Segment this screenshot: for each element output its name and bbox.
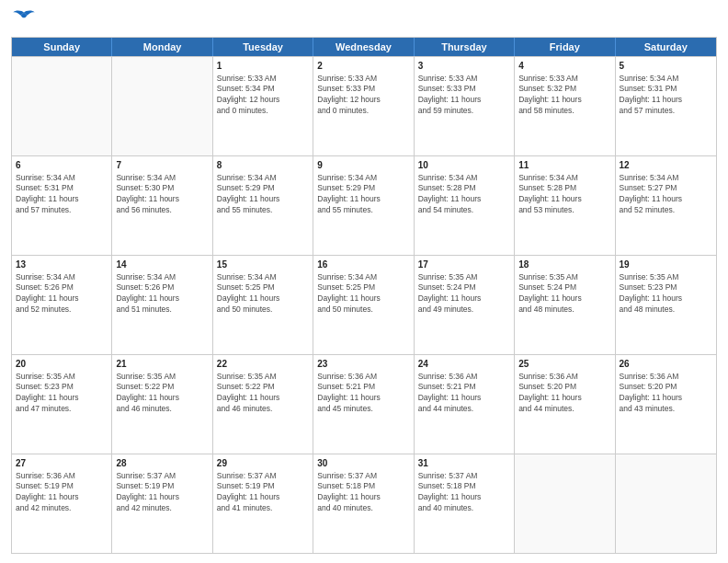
week-row-5: 27Sunrise: 5:36 AM Sunset: 5:19 PM Dayli…: [12, 454, 716, 553]
day-cell-19: 19Sunrise: 5:35 AM Sunset: 5:23 PM Dayli…: [616, 256, 716, 354]
empty-cell: [112, 57, 212, 155]
day-number: 20: [16, 358, 108, 371]
day-header-monday: Monday: [112, 38, 212, 56]
day-header-wednesday: Wednesday: [313, 38, 414, 56]
day-cell-3: 3Sunrise: 5:33 AM Sunset: 5:33 PM Daylig…: [415, 57, 515, 155]
day-cell-31: 31Sunrise: 5:37 AM Sunset: 5:18 PM Dayli…: [415, 454, 515, 553]
day-cell-1: 1Sunrise: 5:33 AM Sunset: 5:34 PM Daylig…: [213, 57, 313, 155]
day-number: 10: [418, 159, 510, 172]
day-number: 11: [518, 159, 610, 172]
day-detail: Sunrise: 5:35 AM Sunset: 5:23 PM Dayligh…: [620, 272, 712, 316]
day-cell-12: 12Sunrise: 5:34 AM Sunset: 5:27 PM Dayli…: [616, 156, 716, 255]
day-detail: Sunrise: 5:36 AM Sunset: 5:19 PM Dayligh…: [16, 471, 108, 515]
day-number: 24: [418, 358, 510, 371]
day-header-tuesday: Tuesday: [213, 38, 313, 56]
day-cell-29: 29Sunrise: 5:37 AM Sunset: 5:19 PM Dayli…: [213, 454, 313, 553]
page: SundayMondayTuesdayWednesdayThursdayFrid…: [0, 0, 728, 563]
day-number: 9: [317, 159, 409, 172]
week-row-4: 20Sunrise: 5:35 AM Sunset: 5:23 PM Dayli…: [12, 354, 716, 454]
day-number: 5: [620, 60, 712, 73]
day-detail: Sunrise: 5:34 AM Sunset: 5:31 PM Dayligh…: [620, 74, 712, 118]
day-cell-22: 22Sunrise: 5:35 AM Sunset: 5:22 PM Dayli…: [213, 355, 313, 454]
day-detail: Sunrise: 5:36 AM Sunset: 5:20 PM Dayligh…: [620, 372, 712, 416]
calendar-body: 1Sunrise: 5:33 AM Sunset: 5:34 PM Daylig…: [12, 56, 716, 553]
day-number: 6: [16, 159, 108, 172]
day-cell-9: 9Sunrise: 5:34 AM Sunset: 5:29 PM Daylig…: [313, 156, 414, 255]
calendar: SundayMondayTuesdayWednesdayThursdayFrid…: [11, 37, 717, 554]
day-number: 25: [518, 358, 610, 371]
day-cell-20: 20Sunrise: 5:35 AM Sunset: 5:23 PM Dayli…: [12, 355, 112, 454]
day-number: 3: [418, 60, 510, 73]
day-number: 23: [317, 358, 409, 371]
day-number: 21: [116, 358, 208, 371]
day-cell-17: 17Sunrise: 5:35 AM Sunset: 5:24 PM Dayli…: [415, 256, 515, 354]
day-cell-8: 8Sunrise: 5:34 AM Sunset: 5:29 PM Daylig…: [213, 156, 313, 255]
day-number: 27: [16, 457, 108, 470]
day-detail: Sunrise: 5:34 AM Sunset: 5:28 PM Dayligh…: [518, 173, 610, 217]
day-cell-30: 30Sunrise: 5:37 AM Sunset: 5:18 PM Dayli…: [313, 454, 414, 553]
empty-cell: [616, 454, 716, 553]
day-number: 22: [217, 358, 309, 371]
week-row-1: 1Sunrise: 5:33 AM Sunset: 5:34 PM Daylig…: [12, 56, 716, 155]
day-detail: Sunrise: 5:34 AM Sunset: 5:29 PM Dayligh…: [217, 173, 309, 217]
logo: [11, 9, 40, 29]
day-number: 17: [418, 259, 510, 271]
day-number: 29: [217, 457, 309, 470]
day-number: 19: [620, 259, 712, 271]
day-cell-14: 14Sunrise: 5:34 AM Sunset: 5:26 PM Dayli…: [112, 256, 212, 354]
day-header-thursday: Thursday: [415, 38, 515, 56]
day-number: 18: [518, 259, 610, 271]
day-cell-7: 7Sunrise: 5:34 AM Sunset: 5:30 PM Daylig…: [112, 156, 212, 255]
day-cell-27: 27Sunrise: 5:36 AM Sunset: 5:19 PM Dayli…: [12, 454, 112, 553]
day-detail: Sunrise: 5:34 AM Sunset: 5:29 PM Dayligh…: [317, 173, 409, 217]
day-detail: Sunrise: 5:35 AM Sunset: 5:22 PM Dayligh…: [116, 372, 208, 416]
day-cell-15: 15Sunrise: 5:34 AM Sunset: 5:25 PM Dayli…: [213, 256, 313, 354]
day-cell-13: 13Sunrise: 5:34 AM Sunset: 5:26 PM Dayli…: [12, 256, 112, 354]
day-cell-23: 23Sunrise: 5:36 AM Sunset: 5:21 PM Dayli…: [313, 355, 414, 454]
day-number: 16: [317, 259, 409, 271]
day-cell-26: 26Sunrise: 5:36 AM Sunset: 5:20 PM Dayli…: [616, 355, 716, 454]
day-number: 12: [620, 159, 712, 172]
empty-cell: [12, 57, 112, 155]
day-detail: Sunrise: 5:36 AM Sunset: 5:20 PM Dayligh…: [518, 372, 610, 416]
day-detail: Sunrise: 5:37 AM Sunset: 5:19 PM Dayligh…: [217, 471, 309, 515]
day-number: 31: [418, 457, 510, 470]
empty-cell: [515, 454, 615, 553]
day-detail: Sunrise: 5:33 AM Sunset: 5:34 PM Dayligh…: [217, 74, 309, 118]
day-header-sunday: Sunday: [12, 38, 112, 56]
day-header-friday: Friday: [515, 38, 615, 56]
day-cell-24: 24Sunrise: 5:36 AM Sunset: 5:21 PM Dayli…: [415, 355, 515, 454]
day-cell-4: 4Sunrise: 5:33 AM Sunset: 5:32 PM Daylig…: [515, 57, 615, 155]
day-detail: Sunrise: 5:35 AM Sunset: 5:23 PM Dayligh…: [16, 372, 108, 416]
day-detail: Sunrise: 5:34 AM Sunset: 5:31 PM Dayligh…: [16, 173, 108, 217]
week-row-3: 13Sunrise: 5:34 AM Sunset: 5:26 PM Dayli…: [12, 255, 716, 354]
day-number: 13: [16, 259, 108, 271]
day-cell-21: 21Sunrise: 5:35 AM Sunset: 5:22 PM Dayli…: [112, 355, 212, 454]
day-detail: Sunrise: 5:33 AM Sunset: 5:33 PM Dayligh…: [418, 74, 510, 118]
day-detail: Sunrise: 5:35 AM Sunset: 5:22 PM Dayligh…: [217, 372, 309, 416]
day-number: 14: [116, 259, 208, 271]
header: [11, 9, 717, 29]
day-number: 2: [317, 60, 409, 73]
day-cell-11: 11Sunrise: 5:34 AM Sunset: 5:28 PM Dayli…: [515, 156, 615, 255]
day-detail: Sunrise: 5:34 AM Sunset: 5:25 PM Dayligh…: [317, 272, 409, 316]
day-detail: Sunrise: 5:34 AM Sunset: 5:25 PM Dayligh…: [217, 272, 309, 316]
day-detail: Sunrise: 5:34 AM Sunset: 5:26 PM Dayligh…: [16, 272, 108, 316]
day-cell-16: 16Sunrise: 5:34 AM Sunset: 5:25 PM Dayli…: [313, 256, 414, 354]
day-detail: Sunrise: 5:35 AM Sunset: 5:24 PM Dayligh…: [518, 272, 610, 316]
day-detail: Sunrise: 5:37 AM Sunset: 5:18 PM Dayligh…: [418, 471, 510, 515]
day-cell-10: 10Sunrise: 5:34 AM Sunset: 5:28 PM Dayli…: [415, 156, 515, 255]
day-number: 4: [518, 60, 610, 73]
day-number: 26: [620, 358, 712, 371]
day-detail: Sunrise: 5:33 AM Sunset: 5:32 PM Dayligh…: [518, 74, 610, 118]
day-cell-6: 6Sunrise: 5:34 AM Sunset: 5:31 PM Daylig…: [12, 156, 112, 255]
logo-bird-icon: [11, 9, 37, 29]
day-detail: Sunrise: 5:34 AM Sunset: 5:27 PM Dayligh…: [620, 173, 712, 217]
day-cell-28: 28Sunrise: 5:37 AM Sunset: 5:19 PM Dayli…: [112, 454, 212, 553]
day-detail: Sunrise: 5:35 AM Sunset: 5:24 PM Dayligh…: [418, 272, 510, 316]
day-cell-25: 25Sunrise: 5:36 AM Sunset: 5:20 PM Dayli…: [515, 355, 615, 454]
day-number: 8: [217, 159, 309, 172]
day-detail: Sunrise: 5:34 AM Sunset: 5:26 PM Dayligh…: [116, 272, 208, 316]
day-detail: Sunrise: 5:34 AM Sunset: 5:28 PM Dayligh…: [418, 173, 510, 217]
day-number: 30: [317, 457, 409, 470]
